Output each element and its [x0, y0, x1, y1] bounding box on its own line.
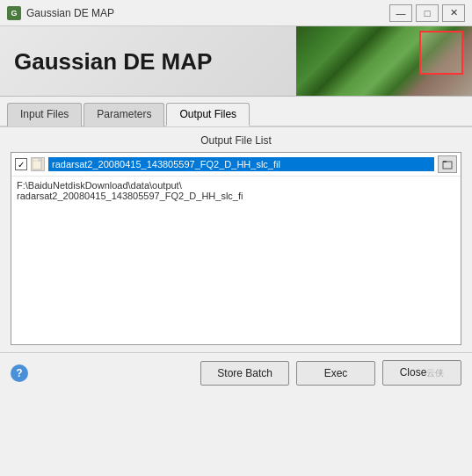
exec-button[interactable]: Exec	[296, 361, 375, 386]
store-batch-button[interactable]: Store Batch	[200, 361, 289, 386]
app-icon: G	[7, 6, 21, 20]
maximize-button[interactable]: □	[416, 4, 439, 22]
help-button[interactable]: ?	[11, 364, 28, 382]
window-controls: — □ ✕	[389, 4, 465, 22]
svg-rect-5	[443, 162, 452, 169]
file-path: F:\BaiduNetdiskDownload\data\output\ rad…	[11, 176, 461, 211]
minimize-button[interactable]: —	[389, 4, 412, 22]
window-title: Gaussian DE MAP	[26, 7, 389, 19]
panel-title: Output File List	[7, 134, 465, 147]
file-checkbox[interactable]: ✓	[15, 158, 27, 170]
header-banner: Gaussian DE MAP	[0, 26, 472, 97]
svg-text:G: G	[11, 9, 17, 18]
title-bar: G Gaussian DE MAP — □ ✕	[0, 0, 472, 26]
tab-input-files[interactable]: Input Files	[7, 103, 82, 126]
file-icon	[31, 157, 45, 171]
file-list-item[interactable]: ✓ radarsat2_20080415_143805597_FQ2_D_HH_…	[11, 153, 461, 176]
close-window-button[interactable]: ✕	[442, 4, 465, 22]
svg-rect-6	[443, 161, 447, 162]
browse-button[interactable]	[438, 155, 457, 173]
tab-bar: Input Files Parameters Output Files	[0, 97, 472, 127]
svg-rect-3	[39, 158, 41, 161]
watermark: 云侠	[426, 368, 444, 378]
file-list-wrapper: ✓ radarsat2_20080415_143805597_FQ2_D_HH_…	[11, 152, 461, 345]
tab-parameters[interactable]: Parameters	[84, 103, 164, 126]
app-title: Gaussian DE MAP	[14, 47, 212, 75]
satellite-image	[296, 26, 472, 97]
close-button[interactable]: Close云侠	[382, 360, 461, 386]
selection-overlay	[419, 31, 463, 75]
banner-image	[296, 26, 472, 97]
bottom-bar: ? Store Batch Exec Close云侠	[0, 352, 472, 393]
file-name[interactable]: radarsat2_20080415_143805597_FQ2_D_HH_sl…	[48, 157, 434, 171]
main-content: Output File List ✓ radarsat2_20080415_14…	[0, 127, 472, 352]
tab-output-files[interactable]: Output Files	[166, 103, 250, 126]
file-list-scroll[interactable]: ✓ radarsat2_20080415_143805597_FQ2_D_HH_…	[11, 152, 461, 345]
